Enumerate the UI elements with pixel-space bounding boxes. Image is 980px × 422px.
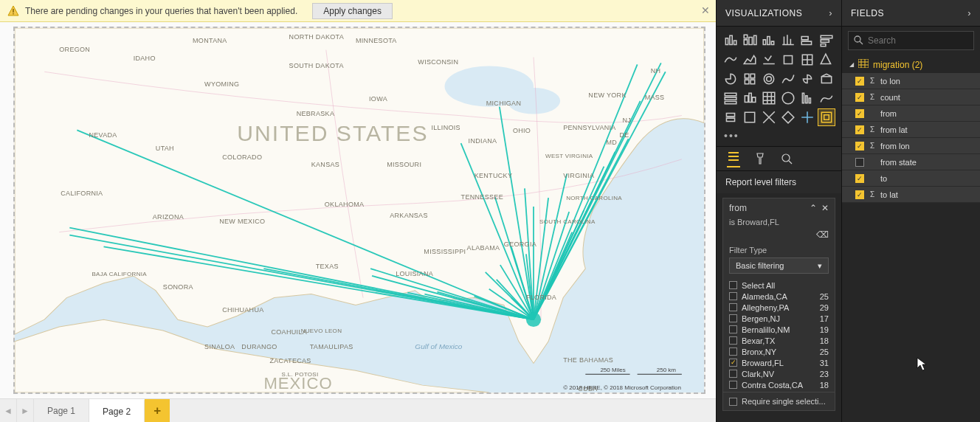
fields-well-tab[interactable]	[727, 150, 740, 167]
viz-type-icon[interactable]	[722, 52, 739, 68]
tab-page2[interactable]: Page 2	[89, 399, 145, 422]
collapse-filter-icon[interactable]: ⌃	[810, 203, 817, 213]
filter-value-row[interactable]: Bergen,NJ17	[729, 313, 832, 324]
filter-value-row[interactable]: Bronx,NY25	[729, 346, 832, 357]
field-row[interactable]: Σfrom lon	[842, 138, 980, 154]
viz-type-icon[interactable]	[742, 71, 758, 87]
viz-type-icon[interactable]	[799, 32, 815, 49]
viz-type-icon[interactable]	[799, 52, 815, 68]
viz-type-icon[interactable]	[722, 32, 739, 49]
filter-value-checkbox[interactable]	[729, 292, 737, 300]
field-row[interactable]: Σfrom lat	[842, 122, 980, 138]
viz-type-icon[interactable]	[761, 71, 777, 87]
field-row[interactable]: Σcount	[842, 89, 980, 106]
viz-type-icon[interactable]	[818, 90, 835, 106]
field-checkbox[interactable]	[855, 158, 864, 167]
viz-type-icon[interactable]	[761, 109, 777, 125]
svg-text:ALABAMA: ALABAMA	[467, 244, 500, 252]
field-checkbox[interactable]	[855, 125, 864, 134]
field-checkbox[interactable]	[855, 190, 864, 199]
filter-value-row[interactable]: Clark,NV23	[729, 368, 832, 379]
viz-type-icon[interactable]	[761, 90, 777, 106]
svg-text:ZACATECAS: ZACATECAS	[269, 358, 311, 365]
filter-value-checkbox[interactable]	[729, 336, 737, 345]
viz-type-icon[interactable]	[761, 32, 777, 49]
collapse-fields-icon[interactable]: ›	[967, 7, 971, 18]
filter-value-checkbox[interactable]	[729, 347, 737, 356]
viz-type-icon[interactable]	[780, 90, 796, 106]
field-checkbox[interactable]	[855, 174, 864, 183]
viz-type-icon[interactable]	[799, 90, 815, 106]
field-checkbox[interactable]	[855, 142, 864, 151]
table-icon	[858, 59, 869, 70]
field-row[interactable]: Σto lat	[842, 187, 980, 203]
format-tab[interactable]	[753, 152, 767, 165]
sigma-icon: Σ	[869, 142, 876, 150]
filter-value-row[interactable]: Broward,FL31	[729, 357, 832, 368]
filter-value-row[interactable]: Bexar,TX18	[729, 335, 832, 346]
filter-value-row[interactable]: Allegheny,PA29	[729, 302, 832, 313]
viz-type-icon[interactable]	[722, 90, 739, 106]
viz-type-icon[interactable]	[780, 32, 796, 49]
field-row[interactable]: from state	[842, 154, 980, 170]
filter-value-checkbox[interactable]	[729, 381, 737, 389]
filter-value-checkbox[interactable]	[729, 359, 737, 367]
more-visuals-button[interactable]: •••	[717, 128, 841, 146]
viz-type-icon[interactable]	[722, 109, 739, 125]
viz-type-icon[interactable]	[780, 71, 796, 87]
eraser-icon[interactable]: ⌫	[816, 229, 829, 240]
viz-type-icon[interactable]	[742, 90, 758, 106]
filter-value-row[interactable]: Alameda,CA25	[729, 291, 832, 302]
filter-values-list: Select All Alameda,CA25Allegheny,PA29Ber…	[723, 278, 835, 392]
apply-changes-button[interactable]: Apply changes	[312, 3, 393, 19]
field-checkbox[interactable]	[855, 109, 864, 118]
field-row[interactable]: to	[842, 170, 980, 187]
filter-value-row[interactable]: Contra Costa,CA18	[729, 379, 832, 390]
viz-type-icon[interactable]	[742, 32, 758, 49]
viz-type-icon[interactable]	[742, 52, 758, 68]
require-single-checkbox[interactable]	[729, 398, 737, 406]
svg-rect-107	[728, 159, 739, 161]
filter-value-row[interactable]: Bernalillo,NM19	[729, 324, 832, 335]
filter-value-checkbox[interactable]	[729, 314, 737, 322]
select-all-checkbox[interactable]	[729, 281, 737, 289]
viz-type-icon[interactable]	[799, 109, 815, 125]
filter-type-select[interactable]: Basic filtering ▾	[729, 257, 829, 274]
viz-type-icon[interactable]	[818, 52, 835, 68]
tab-prev-button[interactable]: ◄	[0, 399, 17, 422]
map-visual[interactable]: UNITED STATES MEXICO Gulf of Mexico THE …	[13, 27, 705, 394]
svg-text:OHIO: OHIO	[513, 127, 531, 134]
clear-filter-icon[interactable]: ✕	[821, 203, 829, 213]
filter-value-checkbox[interactable]	[729, 303, 737, 311]
viz-type-icon[interactable]	[799, 71, 815, 87]
svg-text:IDAHO: IDAHO	[134, 55, 156, 63]
fields-search-input[interactable]	[868, 35, 979, 46]
field-row[interactable]: from	[842, 106, 980, 122]
svg-line-111	[860, 41, 863, 44]
field-row[interactable]: Σto lon	[842, 73, 980, 89]
viz-type-icon[interactable]	[742, 109, 758, 125]
field-checkbox[interactable]	[855, 93, 864, 102]
viz-type-icon[interactable]	[818, 32, 835, 49]
table-node-migration[interactable]: ◢ migration (2)	[842, 55, 980, 73]
svg-text:CALIFORNIA: CALIFORNIA	[61, 190, 103, 197]
collapse-visualizations-icon[interactable]: ›	[829, 7, 832, 18]
viz-type-icon[interactable]	[818, 109, 835, 125]
viz-type-icon[interactable]	[722, 71, 739, 87]
fields-search[interactable]	[848, 31, 974, 50]
field-checkbox[interactable]	[855, 77, 864, 86]
filter-value-checkbox[interactable]	[729, 370, 737, 378]
report-canvas[interactable]: UNITED STATES MEXICO Gulf of Mexico THE …	[0, 22, 716, 398]
filter-value-checkbox[interactable]	[729, 325, 737, 333]
tab-page1[interactable]: Page 1	[34, 399, 89, 422]
analytics-tab[interactable]	[780, 152, 793, 165]
add-page-button[interactable]: +	[145, 399, 170, 422]
sigma-icon: Σ	[869, 190, 876, 198]
viz-type-icon[interactable]	[780, 52, 796, 68]
close-icon[interactable]: ✕	[701, 4, 710, 16]
tab-next-button[interactable]: ►	[17, 399, 34, 422]
svg-text:Gulf of Mexico: Gulf of Mexico	[415, 342, 463, 350]
viz-type-icon[interactable]	[780, 109, 796, 125]
viz-type-icon[interactable]	[818, 71, 835, 87]
viz-type-icon[interactable]	[761, 52, 777, 68]
